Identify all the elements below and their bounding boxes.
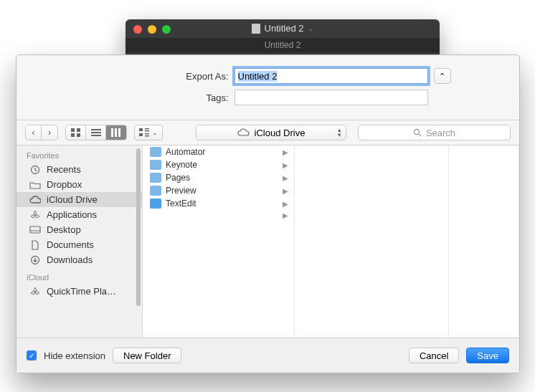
list-view-button[interactable] bbox=[86, 125, 106, 140]
svg-point-16 bbox=[414, 130, 419, 135]
svg-rect-7 bbox=[111, 128, 113, 137]
sidebar-item-label: Documents bbox=[47, 239, 94, 250]
chevron-right-icon: ▶ bbox=[283, 200, 288, 208]
svg-rect-12 bbox=[145, 130, 149, 132]
folder-icon bbox=[150, 147, 161, 157]
folder-icon bbox=[150, 186, 161, 196]
nav-back-forward: ‹ › bbox=[25, 125, 58, 140]
updown-icon: ▴▾ bbox=[338, 128, 341, 138]
group-by-button[interactable]: ⌄ bbox=[134, 125, 163, 140]
item-label: Keynote bbox=[166, 160, 197, 170]
new-folder-button[interactable]: New Folder bbox=[113, 348, 181, 363]
desktop-icon bbox=[29, 225, 41, 235]
column-2 bbox=[295, 145, 449, 338]
chevron-right-icon: ▶ bbox=[283, 187, 288, 195]
chevron-right-icon: ▶ bbox=[283, 161, 288, 169]
svg-rect-3 bbox=[77, 133, 80, 137]
grid-icon bbox=[71, 128, 81, 137]
app-icon bbox=[29, 287, 41, 297]
list-item[interactable]: ▶ bbox=[143, 210, 294, 221]
location-label: iCloud Drive bbox=[255, 128, 306, 138]
sidebar-item-label: iCloud Drive bbox=[47, 194, 98, 205]
sidebar-item-label: Desktop bbox=[47, 224, 81, 235]
bottom-bar: ✓ Hide extension New Folder Cancel Save bbox=[16, 338, 519, 373]
hide-extension-checkbox[interactable]: ✓ bbox=[27, 350, 37, 360]
folder-icon bbox=[29, 180, 41, 190]
parent-window-title: Untitled 2 ⌄ bbox=[126, 23, 440, 34]
sidebar-item-recents[interactable]: Recents bbox=[16, 162, 142, 177]
group-icon bbox=[139, 128, 149, 137]
svg-rect-6 bbox=[91, 135, 101, 136]
chevron-right-icon: ▶ bbox=[283, 174, 288, 182]
chevron-up-icon: ⌃ bbox=[439, 72, 445, 81]
sidebar-item-downloads[interactable]: Downloads bbox=[16, 252, 142, 267]
svg-rect-15 bbox=[145, 135, 149, 137]
sidebar-header-icloud: iCloud bbox=[16, 267, 142, 284]
back-button[interactable]: ‹ bbox=[26, 125, 42, 140]
cloud-icon bbox=[29, 195, 41, 205]
sidebar-item-label: QuickTime Pla… bbox=[47, 286, 116, 297]
folder-icon bbox=[150, 173, 161, 183]
save-button[interactable]: Save bbox=[466, 348, 509, 363]
sidebar-item-quicktime[interactable]: QuickTime Pla… bbox=[16, 284, 142, 299]
sidebar-item-dropbox[interactable]: Dropbox bbox=[16, 177, 142, 192]
item-label: Preview bbox=[166, 186, 197, 196]
svg-line-17 bbox=[419, 134, 421, 136]
sidebar: Favorites Recents Dropbox iCloud Drive A… bbox=[16, 145, 143, 338]
app-icon bbox=[29, 210, 41, 220]
list-item[interactable]: Pages ▶ bbox=[143, 171, 294, 184]
list-item[interactable]: Keynote ▶ bbox=[143, 158, 294, 171]
sidebar-item-desktop[interactable]: Desktop bbox=[16, 222, 142, 237]
list-item[interactable]: Automator ▶ bbox=[143, 145, 294, 158]
cancel-button[interactable]: Cancel bbox=[409, 348, 459, 363]
sidebar-item-icloud-drive[interactable]: iCloud Drive bbox=[16, 192, 142, 207]
collapse-expand-button[interactable]: ⌃ bbox=[434, 68, 451, 84]
svg-rect-13 bbox=[139, 133, 143, 136]
svg-rect-5 bbox=[91, 132, 101, 133]
export-as-label: Export As: bbox=[85, 71, 229, 82]
search-field[interactable]: Search bbox=[358, 125, 511, 140]
sidebar-item-label: Downloads bbox=[47, 254, 93, 265]
folder-icon bbox=[150, 160, 161, 170]
chevron-right-icon: ▶ bbox=[283, 148, 288, 156]
item-label: Automator bbox=[166, 147, 205, 157]
list-item[interactable]: Preview ▶ bbox=[143, 184, 294, 197]
sidebar-header-favorites: Favorites bbox=[16, 145, 142, 162]
sidebar-item-applications[interactable]: Applications bbox=[16, 207, 142, 222]
document-icon bbox=[29, 240, 41, 250]
column-1: Automator ▶ Keynote ▶ Pages ▶ Preview ▶ … bbox=[143, 145, 295, 338]
list-icon bbox=[91, 128, 101, 137]
svg-rect-0 bbox=[71, 128, 75, 132]
download-icon bbox=[29, 255, 41, 265]
location-popup[interactable]: iCloud Drive ▴▾ bbox=[196, 125, 346, 140]
parent-window: Untitled 2 ⌄ Untitled 2 bbox=[126, 19, 440, 55]
columns-icon bbox=[111, 128, 121, 137]
svg-rect-14 bbox=[145, 133, 149, 135]
document-icon bbox=[252, 24, 260, 34]
search-icon bbox=[413, 128, 422, 137]
svg-rect-11 bbox=[145, 128, 149, 130]
browser-toolbar: ‹ › ⌄ iCloud Drive ▴▾ Search bbox=[16, 120, 519, 145]
view-mode-segmented bbox=[65, 125, 127, 140]
svg-rect-10 bbox=[139, 128, 143, 131]
column-3 bbox=[449, 145, 519, 338]
chevron-right-icon: ▶ bbox=[283, 211, 288, 219]
list-item[interactable]: TextEdit ▶ bbox=[143, 197, 294, 210]
parent-toolbar-title: Untitled 2 bbox=[126, 38, 440, 52]
svg-rect-2 bbox=[71, 133, 75, 137]
export-as-field[interactable] bbox=[235, 68, 428, 84]
forward-button[interactable]: › bbox=[42, 125, 57, 140]
folder-icon bbox=[150, 199, 161, 209]
sidebar-item-documents[interactable]: Documents bbox=[16, 237, 142, 252]
tags-field[interactable] bbox=[235, 90, 428, 105]
column-view-button[interactable] bbox=[106, 125, 126, 140]
svg-rect-8 bbox=[115, 128, 117, 137]
icon-view-button[interactable] bbox=[66, 125, 86, 140]
clock-icon bbox=[29, 165, 41, 175]
item-label: Pages bbox=[166, 173, 190, 183]
sidebar-item-label: Dropbox bbox=[47, 179, 82, 190]
item-label: TextEdit bbox=[166, 199, 197, 209]
svg-rect-4 bbox=[91, 129, 101, 130]
sidebar-item-label: Recents bbox=[47, 164, 81, 175]
svg-rect-19 bbox=[30, 226, 40, 233]
